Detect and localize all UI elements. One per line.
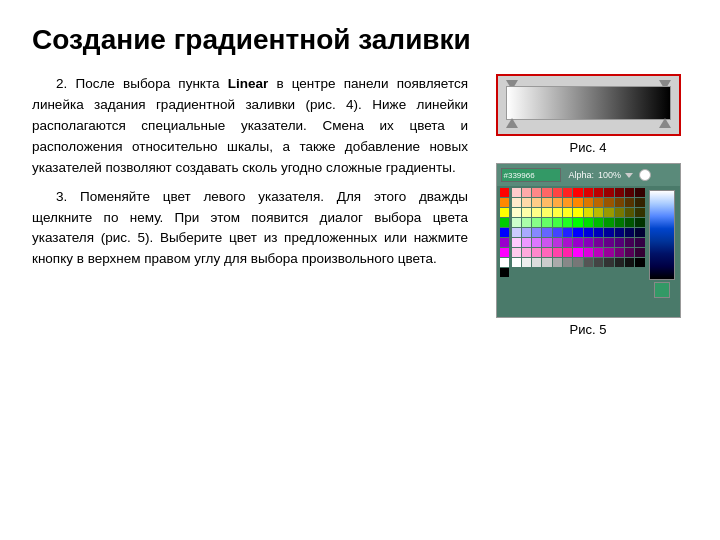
palette-cell [573, 248, 582, 257]
palette-cell [615, 238, 624, 247]
palette-cell [512, 188, 521, 197]
palette-cell [522, 248, 531, 257]
fig5-left-strip [500, 188, 510, 298]
palette-cell [532, 218, 541, 227]
palette-cell [563, 248, 572, 257]
palette-cell [522, 198, 531, 207]
palette-cell [635, 208, 644, 217]
figure-5-image: #339966 Alpha: 100% [496, 163, 681, 318]
palette-cell [512, 218, 521, 227]
palette-cell [594, 258, 603, 267]
palette-cell [573, 188, 582, 197]
palette-cell [553, 228, 562, 237]
palette-cell [594, 218, 603, 227]
palette-cell [542, 238, 551, 247]
figure-5-block: #339966 Alpha: 100% [496, 163, 681, 337]
palette-cell [573, 258, 582, 267]
palette-cell [563, 218, 572, 227]
fig5-palette-grid [512, 188, 645, 298]
palette-cell [615, 208, 624, 217]
left-color-red [500, 188, 509, 197]
left-color-pink [500, 248, 509, 257]
palette-cell [604, 198, 613, 207]
palette-cell [522, 228, 531, 237]
palette-cell [532, 198, 541, 207]
fig5-hex-label: #339966 [504, 171, 535, 180]
palette-cell [635, 198, 644, 207]
palette-cell [625, 228, 634, 237]
left-color-blue [500, 228, 509, 237]
palette-cell [542, 218, 551, 227]
palette-cell [584, 248, 593, 257]
figure-5-caption: Рис. 5 [570, 322, 607, 337]
figures-column: Рис. 4 #339966 Alpha: 100% [488, 74, 688, 524]
fig5-right-panel [647, 188, 677, 298]
fig5-alpha-value: 100% [598, 170, 621, 180]
palette-cell [563, 188, 572, 197]
palette-cell [625, 218, 634, 227]
palette-cell [532, 208, 541, 217]
palette-cell [635, 248, 644, 257]
palette-cell [615, 198, 624, 207]
palette-cell [635, 218, 644, 227]
palette-cell [615, 258, 624, 267]
palette-cell [615, 218, 624, 227]
palette-cell [553, 248, 562, 257]
palette-cell [625, 238, 634, 247]
page-title: Создание градиентной заливки [32, 24, 688, 56]
fig5-color-hex-display: #339966 [501, 168, 561, 182]
fig5-white-circle [639, 169, 651, 181]
palette-cell [584, 218, 593, 227]
palette-cell [532, 258, 541, 267]
palette-cell [604, 188, 613, 197]
palette-cell [625, 208, 634, 217]
palette-cell [594, 208, 603, 217]
palette-cell [553, 208, 562, 217]
palette-cell [563, 198, 572, 207]
left-color-yellow [500, 208, 509, 217]
palette-cell [553, 238, 562, 247]
slider-left-icon [506, 118, 518, 128]
palette-cell [553, 188, 562, 197]
palette-cell [594, 198, 603, 207]
palette-cell [604, 258, 613, 267]
palette-cell [532, 238, 541, 247]
palette-cell [594, 188, 603, 197]
palette-cell [584, 208, 593, 217]
fig5-toolbar: #339966 Alpha: 100% [497, 164, 680, 186]
svg-marker-0 [625, 173, 633, 178]
palette-cell [563, 238, 572, 247]
palette-cell [594, 248, 603, 257]
palette-cell [532, 248, 541, 257]
palette-cell [512, 248, 521, 257]
palette-cell [625, 248, 634, 257]
palette-cell [615, 248, 624, 257]
paragraph-1: 2. После выбора пункта Linear в центре п… [32, 74, 468, 179]
palette-cell [584, 228, 593, 237]
palette-cell [532, 228, 541, 237]
palette-cell [522, 218, 531, 227]
palette-cell [512, 208, 521, 217]
palette-cell [615, 228, 624, 237]
fig5-brightness-slider [649, 190, 675, 280]
fig5-main-area [497, 186, 680, 300]
palette-cell [604, 238, 613, 247]
figure-4-caption: Рис. 4 [570, 140, 607, 155]
slider-right-icon [659, 118, 671, 128]
palette-cell [542, 228, 551, 237]
palette-cell [532, 188, 541, 197]
palette-cell [594, 228, 603, 237]
palette-cell [542, 198, 551, 207]
palette-cell [584, 188, 593, 197]
text-column: 2. После выбора пункта Linear в центре п… [32, 74, 468, 524]
palette-cell [625, 198, 634, 207]
fig5-selected-color-swatch [654, 282, 670, 298]
palette-cell [563, 228, 572, 237]
paragraph-2: 3. Поменяйте цвет левого указателя. Для … [32, 187, 468, 271]
palette-cell [542, 248, 551, 257]
figure-4-image [496, 74, 681, 136]
palette-cell [553, 218, 562, 227]
palette-cell [604, 218, 613, 227]
left-color-orange [500, 198, 509, 207]
palette-cell [542, 258, 551, 267]
